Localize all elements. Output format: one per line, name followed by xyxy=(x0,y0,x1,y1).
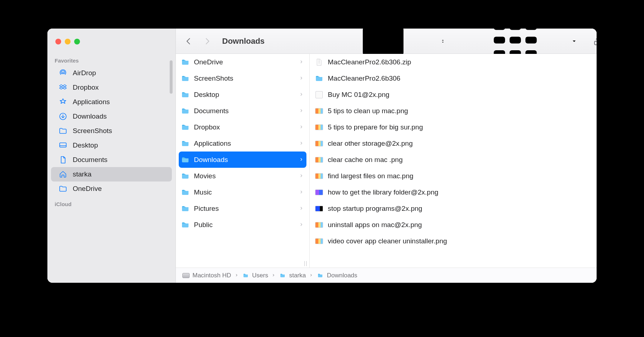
file-row[interactable]: Buy MC 01@2x.png xyxy=(310,86,597,103)
nav-forward-button[interactable] xyxy=(201,35,213,47)
chevron-right-icon xyxy=(299,221,304,229)
file-row[interactable]: Downloads xyxy=(179,152,306,168)
column-resize-handle[interactable]: || xyxy=(304,260,308,266)
file-name: video cover app cleaner uninstaller.png xyxy=(328,237,597,245)
sidebar-item-documents[interactable]: Documents xyxy=(51,153,172,167)
chevron-down-icon xyxy=(571,38,577,44)
file-name: OneDrive xyxy=(194,58,295,66)
image-icon xyxy=(315,204,323,213)
file-row[interactable]: Pictures xyxy=(176,200,309,217)
folder-icon xyxy=(181,123,190,132)
file-row[interactable]: MacCleanerPro2.6b306.zip xyxy=(310,54,597,70)
chevron-right-icon xyxy=(299,156,304,164)
file-row[interactable]: clear cache on mac .png xyxy=(310,152,597,168)
path-label: starka xyxy=(289,272,306,279)
file-row[interactable]: clear other storage@2x.png xyxy=(310,135,597,152)
file-name: Pictures xyxy=(194,205,295,213)
sidebar: FavoritesAirDropDropboxApplicationsDownl… xyxy=(47,29,176,283)
path-label: Macintosh HD xyxy=(192,272,231,279)
file-row[interactable]: 5 tips to prepare for big sur.png xyxy=(310,119,597,135)
path-segment[interactable]: Downloads xyxy=(317,272,357,279)
folder-icon xyxy=(181,188,190,197)
file-row[interactable]: how to get the library folder@2x.png xyxy=(310,184,597,200)
path-segment[interactable]: starka xyxy=(279,272,306,279)
file-name: stop startup programs@2x.png xyxy=(328,205,597,213)
home-icon xyxy=(58,170,68,179)
column-0: OneDriveScreenShotsDesktopDocumentsDropb… xyxy=(176,54,310,268)
up-down-icon xyxy=(440,38,445,45)
file-name: Downloads xyxy=(194,156,295,164)
file-row[interactable]: stop startup programs@2x.png xyxy=(310,200,597,217)
file-row[interactable]: Dropbox xyxy=(176,119,309,135)
chevron-right-icon xyxy=(299,123,304,131)
file-name: uninstall apps on mac@2x.png xyxy=(328,221,597,229)
sidebar-item-airdrop[interactable]: AirDrop xyxy=(51,66,172,80)
sidebar-item-starka[interactable]: starka xyxy=(51,167,172,182)
folder-icon xyxy=(181,221,190,229)
file-name: ScreenShots xyxy=(194,74,295,82)
folder-icon xyxy=(279,273,286,278)
file-row[interactable]: ScreenShots xyxy=(176,70,309,86)
image-icon xyxy=(315,172,323,180)
image-icon xyxy=(315,155,323,164)
file-name: MacCleanerPro2.6b306 xyxy=(328,74,597,82)
file-name: Movies xyxy=(194,172,295,180)
main-panel: Downloads xyxy=(176,29,597,283)
close-window-button[interactable] xyxy=(55,39,61,44)
column-1: MacCleanerPro2.6b306.zipMacCleanerPro2.6… xyxy=(310,54,597,268)
path-segment[interactable]: Users xyxy=(242,272,268,279)
chevron-right-icon xyxy=(299,91,304,99)
sidebar-item-applications[interactable]: Applications xyxy=(51,95,172,109)
sidebar-item-onedrive[interactable]: OneDrive xyxy=(51,182,172,196)
minimize-window-button[interactable] xyxy=(65,39,71,44)
path-segment[interactable]: Macintosh HD xyxy=(182,272,231,279)
folder-icon xyxy=(181,139,190,148)
toolbar: Downloads xyxy=(176,29,597,54)
file-name: 5 tips to prepare for big sur.png xyxy=(328,123,597,131)
folder-icon xyxy=(58,184,68,193)
file-name: clear cache on mac .png xyxy=(328,156,597,164)
file-row[interactable]: Music xyxy=(176,184,309,200)
sidebar-item-label: AirDrop xyxy=(73,69,96,77)
sidebar-item-desktop[interactable]: Desktop xyxy=(51,138,172,153)
image-icon xyxy=(315,237,323,246)
chevron-right-icon xyxy=(203,37,212,46)
file-row[interactable]: Desktop xyxy=(176,86,309,103)
file-name: Applications xyxy=(194,140,295,148)
sidebar-item-label: OneDrive xyxy=(73,185,102,193)
chevron-right-icon xyxy=(299,140,304,148)
sidebar-item-label: Dropbox xyxy=(73,84,99,91)
file-row[interactable]: Documents xyxy=(176,103,309,119)
file-row[interactable]: MacCleanerPro2.6b306 xyxy=(310,70,597,86)
file-row[interactable]: find largest files on mac.png xyxy=(310,168,597,184)
zoom-window-button[interactable] xyxy=(74,39,80,44)
file-name: find largest files on mac.png xyxy=(328,172,597,180)
folder-icon xyxy=(181,172,190,180)
sidebar-item-label: Downloads xyxy=(73,112,107,120)
sidebar-item-dropbox[interactable]: Dropbox xyxy=(51,80,172,95)
file-row[interactable]: Applications xyxy=(176,135,309,152)
sidebar-scrollbar[interactable] xyxy=(170,60,173,94)
file-name: MacCleanerPro2.6b306.zip xyxy=(328,58,597,66)
chevron-right-icon xyxy=(299,188,304,196)
file-name: Documents xyxy=(194,107,295,115)
file-row[interactable]: 5 tips to clean up mac.png xyxy=(310,103,597,119)
window-controls xyxy=(47,37,175,52)
sidebar-item-screenshots[interactable]: ScreenShots xyxy=(51,124,172,138)
path-separator-icon xyxy=(272,272,275,279)
image-icon xyxy=(315,139,323,148)
nav-back-button[interactable] xyxy=(182,35,195,47)
folder-icon xyxy=(181,58,190,67)
share-button[interactable] xyxy=(592,35,597,47)
file-row[interactable]: Public xyxy=(176,217,309,233)
folder-icon xyxy=(181,74,190,83)
file-row[interactable]: video cover app cleaner uninstaller.png xyxy=(310,233,597,249)
file-row[interactable]: Movies xyxy=(176,168,309,184)
path-separator-icon xyxy=(235,272,238,279)
sidebar-item-downloads[interactable]: Downloads xyxy=(51,109,172,124)
file-name: Buy MC 01@2x.png xyxy=(328,91,597,99)
file-row[interactable]: uninstall apps on mac@2x.png xyxy=(310,217,597,233)
harddrive-icon xyxy=(182,273,190,278)
chevron-left-icon xyxy=(184,37,193,46)
file-row[interactable]: OneDrive xyxy=(176,54,309,70)
